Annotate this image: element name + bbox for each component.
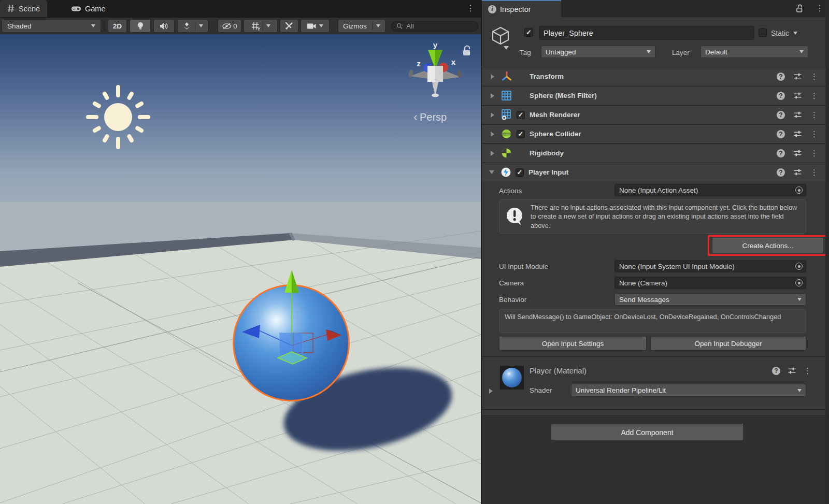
- actions-label: Actions: [499, 187, 522, 195]
- scene-panel-menu-icon[interactable]: ⋮: [466, 4, 475, 12]
- object-picker-icon[interactable]: [795, 186, 803, 194]
- expand-arrow-icon[interactable]: [491, 112, 494, 118]
- gizmos-dropdown[interactable]: Gizmos: [338, 19, 385, 33]
- add-component-button[interactable]: Add Component: [551, 424, 744, 441]
- preset-icon[interactable]: [793, 110, 802, 119]
- component-menu-icon[interactable]: ⋮: [810, 73, 818, 80]
- behavior-dropdown[interactable]: Send Messages: [614, 293, 806, 306]
- inspector-panel: i Inspector ⋮ ✓ Player_Sphere: [482, 0, 829, 504]
- help-icon[interactable]: ?: [777, 130, 785, 138]
- persp-label: Persp: [420, 111, 447, 123]
- gameobject-name-field[interactable]: Player_Sphere: [539, 26, 754, 40]
- component-header-transform[interactable]: Transform ? ⋮: [482, 67, 825, 85]
- axis-x-label: x: [451, 57, 456, 66]
- gizmo-x-arrow: [326, 329, 341, 341]
- component-header-mesh-renderer[interactable]: ✓ Mesh Renderer ? ⋮: [482, 105, 825, 124]
- gameobject-active-checkbox[interactable]: ✓: [524, 28, 533, 37]
- expand-arrow-icon[interactable]: [491, 74, 494, 79]
- inspector-footer: Add Component: [482, 415, 825, 504]
- component-menu-icon[interactable]: ⋮: [810, 130, 818, 138]
- component-menu-icon[interactable]: ⋮: [810, 111, 818, 119]
- component-menu-icon[interactable]: ⋮: [810, 149, 818, 157]
- 2d-label: 2D: [113, 22, 122, 30]
- hidden-objects-button[interactable]: 0: [218, 19, 241, 33]
- preset-icon[interactable]: [793, 91, 802, 100]
- component-menu-icon[interactable]: ⋮: [810, 168, 818, 176]
- inspector-tabbar: i Inspector ⋮: [482, 0, 829, 17]
- material-menu-icon[interactable]: ⋮: [804, 367, 811, 375]
- open-input-debugger-button[interactable]: Open Input Debugger: [650, 337, 806, 351]
- static-dropdown-icon[interactable]: [793, 32, 797, 35]
- chevron-down-icon: [91, 24, 95, 27]
- mini-divider: [263, 21, 263, 31]
- camera-field[interactable]: None (Camera): [614, 277, 806, 289]
- component-menu-icon[interactable]: ⋮: [810, 92, 818, 99]
- gizmo-z-arrow: [242, 325, 260, 338]
- static-checkbox[interactable]: [759, 28, 767, 37]
- tab-game[interactable]: Game: [64, 0, 113, 17]
- inspector-menu-icon[interactable]: ⋮: [816, 4, 824, 12]
- scene-effects-dropdown[interactable]: [177, 19, 208, 33]
- expand-arrow-icon[interactable]: [491, 132, 494, 137]
- collapse-arrow-icon[interactable]: [489, 170, 494, 174]
- sphere-collider-icon: [501, 128, 512, 139]
- scene-tools-button[interactable]: [280, 19, 298, 33]
- help-icon[interactable]: ?: [772, 367, 780, 375]
- expand-arrow-icon[interactable]: [491, 93, 494, 98]
- scene-grid-icon: [7, 5, 15, 12]
- create-actions-button[interactable]: Create Actions...: [712, 238, 824, 253]
- 2d-toggle-button[interactable]: 2D: [108, 19, 127, 33]
- component-header-player-input[interactable]: ✓ Player Input ? ⋮: [482, 163, 825, 181]
- help-icon[interactable]: ?: [777, 111, 785, 119]
- scene-camera-dropdown[interactable]: [301, 19, 330, 33]
- scene-viewport[interactable]: y z x ‹ Persp: [0, 34, 481, 504]
- scene-search-input[interactable]: All: [391, 21, 478, 32]
- shader-dropdown[interactable]: Universal Render Pipeline/Lit: [571, 384, 806, 397]
- scene-audio-button[interactable]: [153, 19, 175, 33]
- preset-icon[interactable]: [793, 168, 802, 177]
- check-icon: ✓: [518, 111, 524, 119]
- preset-icon[interactable]: [793, 129, 802, 138]
- expand-arrow-icon[interactable]: [491, 151, 494, 156]
- component-header-sphere-collider[interactable]: ✓ Sphere Collider ? ⋮: [482, 124, 825, 143]
- warning-text: There are no input actions associated wi…: [531, 203, 801, 231]
- help-icon[interactable]: ?: [777, 149, 785, 157]
- gameobject-cube-icon[interactable]: [490, 25, 511, 46]
- component-enabled-checkbox[interactable]: ✓: [516, 168, 524, 177]
- spacer: [482, 410, 825, 415]
- gizmos-label: Gizmos: [343, 22, 368, 30]
- component-enabled-checkbox[interactable]: ✓: [517, 111, 525, 119]
- preset-icon[interactable]: [793, 149, 802, 157]
- ui-input-module-field[interactable]: None (Input System UI Input Module): [614, 260, 806, 272]
- help-icon[interactable]: ?: [777, 92, 785, 100]
- tab-inspector[interactable]: i Inspector: [482, 0, 561, 17]
- preset-icon[interactable]: [788, 366, 796, 375]
- projection-toggle[interactable]: ‹ Persp: [413, 111, 447, 123]
- help-icon[interactable]: ?: [777, 73, 785, 81]
- orientation-gizmo[interactable]: y z x: [402, 41, 469, 109]
- scene-toolbar: Shaded 2D: [0, 17, 481, 34]
- material-preview-thumbnail[interactable]: [500, 366, 524, 390]
- help-icon[interactable]: ?: [777, 168, 785, 177]
- component-enabled-checkbox[interactable]: ✓: [517, 130, 525, 138]
- layer-dropdown[interactable]: Default: [701, 46, 808, 58]
- inspector-scrollbar[interactable]: [825, 0, 829, 504]
- gameobject-icon-dropdown[interactable]: [504, 46, 509, 50]
- tab-scene[interactable]: Scene: [0, 0, 47, 17]
- grid-visibility-dropdown[interactable]: Y: [244, 19, 278, 33]
- actions-object-field[interactable]: None (Input Action Asset): [614, 184, 806, 196]
- shading-mode-dropdown[interactable]: Shaded: [2, 19, 101, 33]
- component-header-mesh-filter[interactable]: Sphere (Mesh Filter) ? ⋮: [482, 86, 825, 105]
- object-picker-icon[interactable]: [795, 263, 803, 270]
- tag-dropdown[interactable]: Untagged: [541, 46, 655, 58]
- object-picker-icon[interactable]: [795, 279, 803, 286]
- inspector-lock-icon[interactable]: [795, 4, 805, 13]
- scene-lighting-button[interactable]: [130, 19, 151, 33]
- viewport-lock-icon[interactable]: [460, 45, 473, 57]
- preset-icon[interactable]: [793, 72, 802, 81]
- axis-y-label: y: [433, 41, 438, 49]
- open-input-settings-button[interactable]: Open Input Settings: [499, 337, 647, 351]
- material-expand-arrow[interactable]: [489, 388, 493, 394]
- send-message-info-box: Will SendMessage() to GameObject: OnDevi…: [499, 309, 806, 333]
- component-header-rigidbody[interactable]: Rigidbody ? ⋮: [482, 143, 825, 162]
